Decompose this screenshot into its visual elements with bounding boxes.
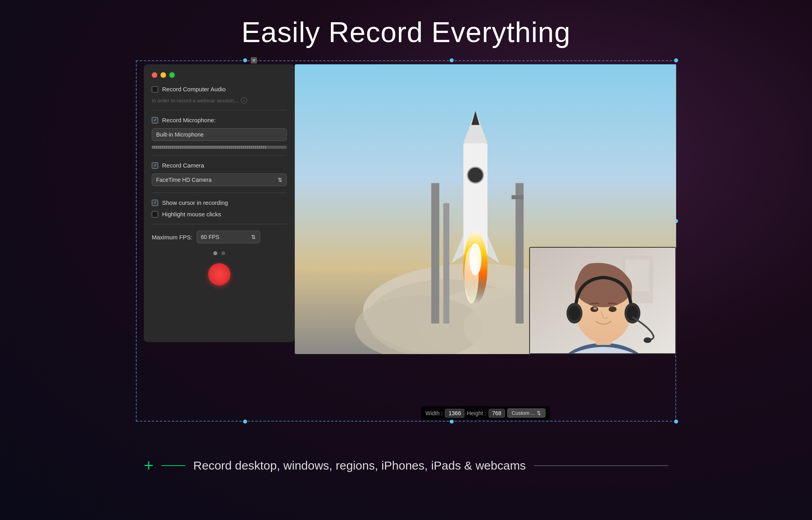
- record-camera-checkbox[interactable]: [152, 162, 158, 169]
- footer-text: Record desktop, windows, regions, iPhone…: [193, 459, 526, 472]
- page-title: Easily Record Everything: [242, 16, 570, 48]
- footer-line-left: [162, 465, 186, 466]
- divider-4: [152, 224, 287, 224]
- dimension-group: Width : 1366 Height : 768 Custom ... ⇅: [421, 406, 551, 420]
- rocket-background: [295, 64, 676, 354]
- svg-point-32: [627, 306, 638, 320]
- volume-bar-fill: [152, 146, 267, 149]
- camera-value: FaceTime HD Camera: [156, 177, 212, 183]
- highlight-clicks-label: Highlight mouse clicks: [162, 211, 221, 218]
- show-cursor-label: Show cursor in recording: [162, 199, 228, 206]
- show-cursor-checkbox[interactable]: [152, 200, 158, 206]
- camera-select[interactable]: FaceTime HD Camera ⇅: [152, 173, 287, 186]
- show-cursor-row: Show cursor in recording: [152, 199, 287, 206]
- record-microphone-row: Record Microphone:: [152, 117, 287, 123]
- main-area: Record Computer Audio In order to record…: [136, 60, 676, 453]
- divider-1: [152, 110, 287, 110]
- pagination: [152, 251, 287, 255]
- record-computer-audio-checkbox[interactable]: [152, 86, 158, 92]
- svg-point-27: [609, 306, 617, 312]
- close-button[interactable]: [251, 57, 257, 64]
- custom-label: Custom ...: [512, 410, 535, 416]
- fps-row: Maximum FPS: 60 FPS ⇅: [152, 231, 287, 243]
- record-button[interactable]: [208, 263, 230, 285]
- handle-bottom-right[interactable]: [674, 420, 678, 424]
- height-value[interactable]: 768: [489, 409, 505, 418]
- svg-point-30: [569, 306, 580, 320]
- preview-area: [295, 64, 676, 354]
- highlight-clicks-checkbox[interactable]: [152, 211, 158, 218]
- microphone-select[interactable]: Built-in Microphone: [152, 128, 287, 141]
- handle-top-center[interactable]: [450, 58, 454, 62]
- maximize-traffic-light[interactable]: [169, 72, 175, 78]
- height-label: Height :: [467, 410, 486, 416]
- camera-arrow-icon: ⇅: [278, 177, 282, 183]
- footer-line-right: [534, 465, 668, 466]
- fps-label: Maximum FPS:: [152, 234, 193, 241]
- minimize-traffic-light[interactable]: [160, 72, 166, 78]
- custom-arrow-icon: ⇅: [537, 410, 541, 416]
- fps-select[interactable]: 60 FPS ⇅: [197, 231, 260, 243]
- pagination-dot-1[interactable]: [213, 251, 217, 255]
- record-computer-audio-row: Record Computer Audio: [152, 86, 287, 92]
- dimensions-bar: Width : 1366 Height : 768 Custom ... ⇅: [295, 406, 676, 420]
- svg-rect-8: [516, 183, 524, 324]
- record-camera-row: Record Camera: [152, 162, 287, 169]
- record-computer-audio-label: Record Computer Audio: [162, 86, 226, 92]
- close-traffic-light[interactable]: [152, 72, 157, 78]
- info-icon[interactable]: i: [241, 97, 247, 104]
- highlight-clicks-row: Highlight mouse clicks: [152, 211, 287, 218]
- width-label: Width :: [425, 410, 443, 416]
- record-microphone-label: Record Microphone:: [162, 117, 216, 123]
- svg-rect-9: [512, 195, 524, 199]
- record-camera-label: Record Camera: [162, 162, 204, 169]
- svg-point-15: [468, 167, 483, 183]
- divider-2: [152, 155, 287, 156]
- svg-rect-7: [443, 203, 449, 324]
- svg-point-18: [470, 243, 481, 275]
- pagination-dot-2[interactable]: [221, 251, 225, 255]
- webinar-note-text: In order to record a webinar session...: [152, 98, 238, 104]
- divider-3: [152, 193, 287, 193]
- svg-point-33: [644, 337, 652, 343]
- fps-arrow-icon: ⇅: [251, 234, 256, 240]
- record-microphone-checkbox[interactable]: [152, 117, 158, 123]
- svg-point-28: [594, 307, 597, 310]
- webcam-overlay: [529, 247, 676, 354]
- webinar-note-row: In order to record a webinar session... …: [152, 97, 287, 104]
- plus-icon: +: [144, 457, 154, 474]
- microphone-value: Built-in Microphone: [156, 131, 204, 138]
- handle-top-right[interactable]: [674, 58, 678, 62]
- handle-top-left[interactable]: [243, 58, 247, 62]
- width-value[interactable]: 1366: [445, 409, 464, 418]
- handle-bottom-left[interactable]: [243, 420, 247, 424]
- webcam-person: [530, 248, 676, 354]
- svg-rect-6: [431, 183, 439, 324]
- custom-select[interactable]: Custom ... ⇅: [507, 408, 545, 418]
- footer-area: + Record desktop, windows, regions, iPho…: [136, 457, 676, 474]
- traffic-lights: [152, 72, 287, 78]
- volume-bar: [152, 146, 287, 149]
- handle-bottom-center[interactable]: [450, 420, 454, 424]
- control-panel: Record Computer Audio In order to record…: [144, 64, 295, 342]
- fps-value: 60 FPS: [201, 234, 220, 240]
